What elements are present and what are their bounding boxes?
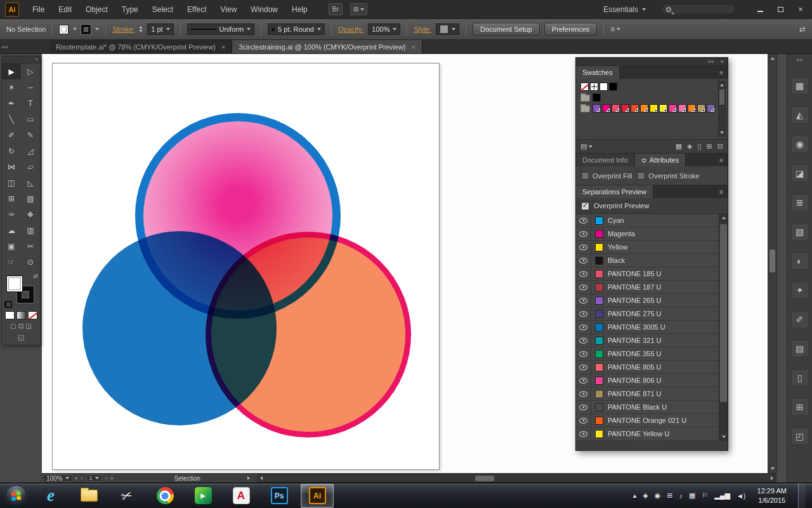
brushes-panel-icon[interactable]: ✐ bbox=[791, 311, 809, 328]
menu-item[interactable]: Help bbox=[285, 0, 315, 19]
menu-item[interactable]: Type bbox=[115, 0, 145, 19]
default-fill-stroke-icon[interactable] bbox=[4, 302, 12, 308]
overprint-fill-checkbox[interactable] bbox=[581, 171, 589, 180]
taskbar-media-app[interactable]: ▶ bbox=[187, 484, 219, 508]
panel-resize-grip[interactable]: · · · · · bbox=[576, 441, 728, 450]
scale-tool[interactable]: ◿ bbox=[21, 143, 40, 159]
previous-artboard-button[interactable]: ‹ bbox=[81, 475, 83, 481]
scroll-down-icon[interactable] bbox=[719, 130, 725, 136]
artboard-tool[interactable]: ▣ bbox=[2, 238, 21, 254]
rectangle-tool[interactable]: ▭ bbox=[21, 111, 40, 127]
menu-item[interactable]: View bbox=[214, 0, 244, 19]
fill-dropdown-icon[interactable] bbox=[73, 28, 77, 30]
collapse-panels-icon[interactable]: «« bbox=[708, 59, 714, 65]
rotate-tool[interactable]: ↻ bbox=[2, 143, 21, 159]
draw-behind-icon[interactable]: ⊡ bbox=[18, 323, 23, 330]
spot-color-swatch[interactable] bbox=[602, 104, 610, 112]
search-input[interactable] bbox=[661, 4, 736, 15]
horizontal-scrollbar[interactable] bbox=[258, 474, 776, 483]
tray-safely-remove-icon[interactable]: ⊞ bbox=[667, 491, 672, 500]
visibility-toggle[interactable] bbox=[576, 414, 591, 427]
mesh-tool[interactable]: ⊞ bbox=[2, 190, 21, 206]
spot-color-swatch[interactable] bbox=[650, 104, 658, 112]
close-tab-icon[interactable] bbox=[221, 43, 225, 51]
symbols-panel-icon[interactable]: ✦ bbox=[791, 281, 809, 299]
opacity-field[interactable]: 100% bbox=[368, 23, 400, 35]
bridge-button[interactable]: Br bbox=[329, 3, 343, 15]
restore-button[interactable] bbox=[775, 5, 785, 14]
artboard-number-field[interactable]: 1 bbox=[86, 474, 102, 482]
artboards-panel-icon[interactable]: ▯ bbox=[791, 369, 809, 387]
tray-update-icon[interactable]: ◉ bbox=[655, 491, 661, 500]
spot-color-swatch[interactable] bbox=[659, 104, 667, 112]
fill-proxy-swatch[interactable] bbox=[6, 276, 23, 292]
layers-panel-icon[interactable]: ▤ bbox=[791, 340, 809, 358]
visibility-toggle[interactable] bbox=[576, 334, 591, 347]
direct-selection-tool[interactable]: ▷ bbox=[21, 64, 40, 79]
stroke-panel-icon[interactable]: ≣ bbox=[791, 194, 809, 211]
color-guide-panel-icon[interactable]: ◭ bbox=[791, 106, 809, 124]
overprint-preview-checkbox[interactable] bbox=[581, 202, 589, 210]
color-button[interactable] bbox=[5, 311, 15, 319]
gradient-tool[interactable]: ▧ bbox=[21, 190, 40, 206]
spot-color-swatch[interactable] bbox=[612, 104, 620, 112]
style-dropdown[interactable] bbox=[436, 23, 459, 35]
tray-volume-mixer-icon[interactable]: ♪ bbox=[679, 492, 683, 500]
pencil-tool[interactable]: ✎ bbox=[21, 127, 40, 143]
visibility-toggle[interactable] bbox=[576, 294, 591, 307]
collapse-tools-icon[interactable]: «« bbox=[0, 40, 10, 53]
draw-normal-icon[interactable]: ▢ bbox=[10, 323, 16, 330]
taskbar-clock[interactable]: 12:29 AM 1/6/2015 bbox=[757, 486, 787, 505]
visibility-toggle[interactable] bbox=[576, 267, 591, 280]
taskbar-internet-explorer[interactable]: e bbox=[34, 484, 67, 508]
draw-inside-icon[interactable]: ◲ bbox=[25, 323, 31, 330]
type-tool[interactable]: T bbox=[21, 95, 40, 111]
graphic-styles-panel-icon[interactable]: ◪ bbox=[791, 164, 809, 182]
swatch-options-icon[interactable]: ◈ bbox=[687, 142, 692, 150]
spot-group-folder-icon[interactable] bbox=[580, 105, 590, 112]
pen-tool[interactable]: ✒ bbox=[2, 95, 21, 111]
scroll-up-icon[interactable] bbox=[768, 54, 776, 63]
style-panel-link[interactable]: Style: bbox=[414, 25, 431, 33]
none-swatch[interactable] bbox=[580, 83, 589, 91]
taskbar-acrobat-reader[interactable]: A bbox=[225, 484, 258, 508]
zoom-tool[interactable]: ⊙ bbox=[21, 254, 40, 270]
tools-panel-header[interactable]: « bbox=[2, 57, 40, 64]
visibility-toggle[interactable] bbox=[576, 347, 591, 360]
symbol-sprayer-tool[interactable]: ☁ bbox=[2, 222, 21, 238]
registration-swatch[interactable] bbox=[590, 83, 598, 91]
tray-expand-icon[interactable]: ▴ bbox=[633, 491, 637, 500]
minimize-button[interactable] bbox=[755, 5, 765, 14]
change-screen-mode-icon[interactable]: ◱ bbox=[18, 333, 24, 342]
overprint-stroke-checkbox[interactable] bbox=[637, 171, 645, 180]
last-artboard-button[interactable]: » bbox=[110, 475, 114, 481]
zoom-field[interactable]: 100% bbox=[43, 474, 72, 482]
close-tab-icon[interactable] bbox=[412, 43, 416, 51]
vertical-scrollbar[interactable] bbox=[768, 54, 777, 473]
black-swatch[interactable] bbox=[609, 83, 617, 91]
taskbar-snipping-tool[interactable]: ✂ bbox=[110, 484, 143, 508]
opacity-panel-link[interactable]: Opacity: bbox=[338, 25, 363, 33]
spot-color-swatch[interactable] bbox=[688, 104, 696, 112]
swatches-panel-menu-icon[interactable]: ≡ bbox=[715, 66, 728, 79]
scroll-down-icon[interactable] bbox=[719, 433, 728, 441]
new-swatch-icon[interactable]: ⊞ bbox=[707, 142, 712, 150]
visibility-toggle[interactable] bbox=[576, 401, 591, 413]
separations-scroll-thumb[interactable] bbox=[720, 224, 727, 402]
taskbar-file-explorer[interactable] bbox=[72, 484, 105, 508]
artboard[interactable] bbox=[52, 63, 440, 470]
menu-item[interactable]: File bbox=[25, 0, 51, 19]
color-panel-icon[interactable]: ▩ bbox=[791, 77, 809, 95]
tab-document-info[interactable]: Document Info bbox=[576, 154, 635, 166]
spot-color-swatch[interactable] bbox=[621, 104, 629, 112]
document-setup-button[interactable]: Document Setup bbox=[473, 23, 540, 36]
magic-wand-tool[interactable]: ✶ bbox=[2, 79, 21, 95]
show-desktop-button[interactable] bbox=[798, 483, 806, 508]
stroke-weight-stepper[interactable] bbox=[139, 26, 143, 32]
panel-group-header[interactable]: «« × bbox=[576, 58, 728, 66]
spot-color-swatch[interactable] bbox=[593, 104, 601, 112]
hand-tool[interactable]: ☞ bbox=[2, 254, 21, 270]
isolate-selection-icon[interactable]: ≡ bbox=[610, 25, 620, 34]
swatch-group-folder-icon[interactable] bbox=[580, 95, 590, 102]
stroke-weight-field[interactable]: 1 pt bbox=[147, 23, 173, 35]
